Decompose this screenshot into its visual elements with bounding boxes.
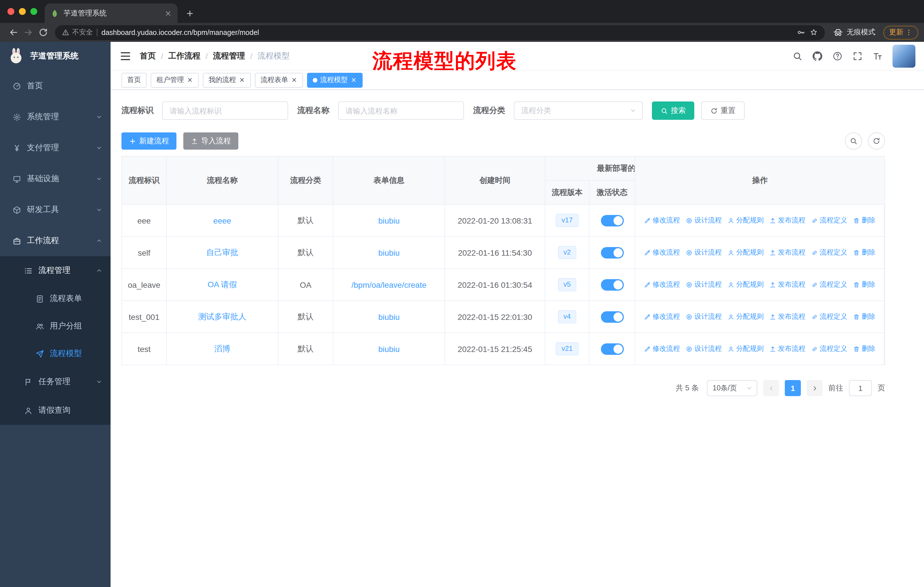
action-delete[interactable]: 删除 bbox=[853, 248, 875, 257]
close-tag-icon[interactable] bbox=[239, 77, 245, 83]
action-design[interactable]: 设计流程 bbox=[686, 312, 722, 322]
action-modify[interactable]: 修改流程 bbox=[644, 248, 680, 257]
action-delete[interactable]: 删除 bbox=[853, 344, 875, 354]
close-window-button[interactable] bbox=[7, 8, 14, 15]
minimize-window-button[interactable] bbox=[19, 8, 26, 15]
action-assign-rule[interactable]: 分配规则 bbox=[728, 248, 764, 257]
action-assign-rule[interactable]: 分配规则 bbox=[728, 215, 764, 225]
action-design[interactable]: 设计流程 bbox=[686, 215, 722, 225]
bookmark-star-icon[interactable] bbox=[809, 28, 818, 37]
process-name-link[interactable]: 测试多审批人 bbox=[198, 312, 246, 322]
action-assign-rule[interactable]: 分配规则 bbox=[728, 312, 764, 322]
sidebar-logo[interactable]: 芋道管理系统 bbox=[0, 42, 111, 71]
process-name-link[interactable]: 滔博 bbox=[214, 344, 230, 354]
chrome-update-button[interactable]: 更新 bbox=[883, 25, 918, 39]
tag-process-form[interactable]: 流程表单 bbox=[255, 73, 303, 88]
forward-button[interactable] bbox=[21, 25, 36, 40]
form-link[interactable]: biubiu bbox=[378, 312, 400, 321]
sidebar-item-home[interactable]: 首页 bbox=[0, 71, 111, 101]
action-definition[interactable]: 流程定义 bbox=[811, 248, 847, 257]
tag-process-model[interactable]: 流程模型 bbox=[307, 73, 363, 88]
version-badge[interactable]: v2 bbox=[558, 246, 576, 259]
sidebar-item-dev-tools[interactable]: 研发工具 bbox=[0, 194, 111, 225]
page-1-button[interactable]: 1 bbox=[785, 380, 801, 396]
process-name-link[interactable]: eeee bbox=[213, 216, 231, 225]
create-process-button[interactable]: 新建流程 bbox=[121, 132, 177, 150]
action-design[interactable]: 设计流程 bbox=[686, 280, 722, 289]
refresh-table-button[interactable] bbox=[868, 132, 885, 150]
fullscreen-icon[interactable] bbox=[852, 51, 863, 61]
close-tab-icon[interactable] bbox=[164, 10, 172, 17]
action-publish[interactable]: 发布流程 bbox=[769, 215, 805, 225]
sidebar-item-user-group[interactable]: 用户分组 bbox=[0, 313, 111, 340]
active-toggle[interactable] bbox=[601, 215, 624, 226]
search-icon[interactable] bbox=[792, 51, 803, 61]
action-delete[interactable]: 删除 bbox=[853, 280, 875, 289]
goto-page-input[interactable] bbox=[849, 380, 872, 396]
text-size-icon[interactable] bbox=[873, 51, 883, 61]
action-modify[interactable]: 修改流程 bbox=[644, 215, 680, 225]
sidebar-item-payment[interactable]: 支付管理 bbox=[0, 132, 111, 164]
reload-button[interactable] bbox=[36, 25, 50, 40]
breadcrumb-item[interactable]: 首页 bbox=[140, 51, 156, 61]
version-badge[interactable]: v4 bbox=[558, 311, 576, 323]
action-definition[interactable]: 流程定义 bbox=[811, 344, 847, 354]
import-process-button[interactable]: 导入流程 bbox=[183, 132, 238, 150]
version-badge[interactable]: v21 bbox=[556, 342, 579, 356]
zoom-window-button[interactable] bbox=[30, 8, 37, 15]
action-assign-rule[interactable]: 分配规则 bbox=[728, 280, 764, 289]
active-toggle[interactable] bbox=[601, 311, 624, 322]
sidebar-item-workflow[interactable]: 工作流程 bbox=[0, 225, 111, 256]
category-select[interactable]: 流程分类 bbox=[514, 101, 643, 120]
action-publish[interactable]: 发布流程 bbox=[769, 344, 805, 354]
toggle-search-button[interactable] bbox=[845, 132, 862, 150]
action-delete[interactable]: 删除 bbox=[853, 215, 875, 225]
process-name-input[interactable] bbox=[338, 101, 464, 120]
breadcrumb-item[interactable]: 流程管理 bbox=[213, 51, 245, 61]
action-definition[interactable]: 流程定义 bbox=[811, 215, 847, 225]
active-toggle[interactable] bbox=[601, 343, 624, 355]
kebab-menu-icon[interactable] bbox=[905, 29, 912, 36]
close-tag-icon[interactable] bbox=[351, 77, 357, 83]
sidebar-item-process-model[interactable]: 流程模型 bbox=[0, 340, 111, 367]
prev-page-button[interactable] bbox=[763, 380, 779, 396]
sidebar-item-process-management[interactable]: 流程管理 bbox=[0, 256, 111, 285]
tag-tenant[interactable]: 租户管理 bbox=[151, 73, 199, 88]
action-design[interactable]: 设计流程 bbox=[686, 248, 722, 257]
browser-tab[interactable]: 芋道管理系统 bbox=[45, 3, 178, 23]
sidebar-item-leave-query[interactable]: 请假查询 bbox=[0, 396, 111, 425]
security-chip[interactable]: 不安全 bbox=[62, 28, 93, 37]
process-name-link[interactable]: 自己审批 bbox=[206, 247, 238, 258]
sidebar-item-infrastructure[interactable]: 基础设施 bbox=[0, 164, 111, 194]
action-publish[interactable]: 发布流程 bbox=[769, 312, 805, 322]
breadcrumb-item[interactable]: 工作流程 bbox=[168, 51, 201, 61]
tag-home[interactable]: 首页 bbox=[121, 73, 147, 88]
help-icon[interactable] bbox=[832, 51, 843, 61]
close-tag-icon[interactable] bbox=[291, 77, 297, 83]
address-bar[interactable]: 不安全 dashboard.yudao.iocoder.cn/bpm/manag… bbox=[55, 25, 825, 40]
action-publish[interactable]: 发布流程 bbox=[769, 248, 805, 257]
action-publish[interactable]: 发布流程 bbox=[769, 280, 805, 289]
close-tag-icon[interactable] bbox=[187, 77, 193, 83]
sidebar-item-system[interactable]: 系统管理 bbox=[0, 101, 111, 132]
form-link[interactable]: biubiu bbox=[378, 216, 400, 225]
action-modify[interactable]: 修改流程 bbox=[644, 312, 680, 322]
action-assign-rule[interactable]: 分配规则 bbox=[728, 344, 764, 354]
avatar[interactable] bbox=[893, 45, 916, 67]
back-button[interactable] bbox=[6, 25, 21, 40]
process-name-link[interactable]: OA 请假 bbox=[208, 279, 237, 290]
action-definition[interactable]: 流程定义 bbox=[811, 280, 847, 289]
form-link[interactable]: /bpm/oa/leave/create bbox=[351, 280, 426, 289]
key-icon[interactable] bbox=[797, 28, 805, 37]
version-badge[interactable]: v5 bbox=[558, 278, 576, 291]
action-delete[interactable]: 删除 bbox=[853, 312, 875, 322]
action-modify[interactable]: 修改流程 bbox=[644, 344, 680, 354]
version-badge[interactable]: v17 bbox=[556, 214, 579, 227]
search-button[interactable]: 搜索 bbox=[652, 101, 694, 120]
page-size-select[interactable]: 10条/页 bbox=[707, 380, 757, 396]
active-toggle[interactable] bbox=[601, 247, 624, 258]
active-toggle[interactable] bbox=[601, 279, 624, 290]
form-link[interactable]: biubiu bbox=[378, 344, 400, 354]
next-page-button[interactable] bbox=[807, 380, 823, 396]
hamburger-icon[interactable] bbox=[119, 50, 132, 62]
